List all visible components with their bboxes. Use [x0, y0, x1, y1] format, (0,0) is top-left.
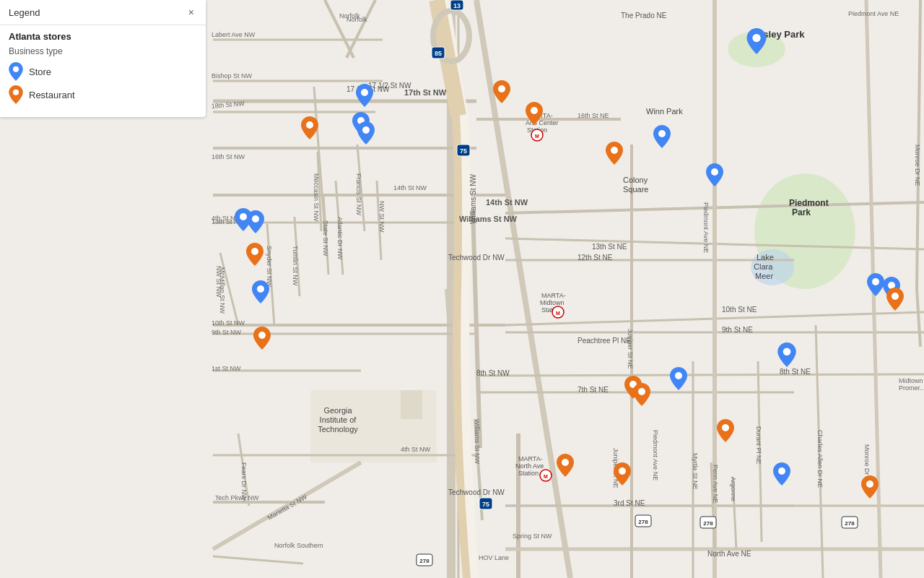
svg-text:NW St NW: NW St NW	[378, 201, 385, 233]
marker-store-1[interactable]	[356, 84, 373, 107]
svg-text:9th St NE: 9th St NE	[722, 326, 753, 334]
marker-store-13[interactable]	[867, 273, 884, 296]
svg-point-179	[872, 278, 879, 285]
marker-restaurant-1[interactable]	[301, 116, 318, 139]
svg-text:Atlantic Dr NW: Atlantic Dr NW	[336, 217, 344, 260]
svg-text:Institute of: Institute of	[320, 415, 357, 424]
marker-restaurant-8[interactable]	[633, 383, 650, 406]
svg-text:Norfolk Southern: Norfolk Southern	[274, 542, 323, 549]
svg-text:Labert Ave NW: Labert Ave NW	[212, 31, 256, 38]
svg-text:Williams St NW: Williams St NW	[459, 215, 518, 223]
marker-store-5[interactable]	[706, 163, 723, 186]
svg-point-171	[711, 168, 718, 176]
legend-store-label: Store	[29, 66, 51, 77]
svg-text:278: 278	[703, 520, 713, 527]
svg-text:Piedmont: Piedmont	[789, 198, 829, 208]
svg-point-192	[866, 480, 873, 488]
svg-text:Park: Park	[792, 207, 811, 217]
svg-text:MARTA-: MARTA-	[518, 455, 543, 462]
svg-text:Argonne: Argonne	[730, 477, 737, 501]
svg-text:16th St NE: 16th St NE	[578, 112, 609, 119]
svg-point-188	[638, 388, 645, 395]
svg-point-177	[783, 348, 791, 355]
svg-text:1st St NW: 1st St NW	[212, 365, 241, 372]
svg-text:12th St NE: 12th St NE	[578, 254, 613, 262]
legend-content: Atlanta stores Business type Store Resta…	[0, 25, 206, 117]
svg-point-178	[778, 467, 785, 475]
legend-item-restaurant: Restaurant	[9, 85, 197, 104]
marker-restaurant-5[interactable]	[246, 243, 263, 266]
svg-text:North Ave NE: North Ave NE	[707, 550, 751, 558]
marker-store-4[interactable]	[653, 125, 671, 148]
svg-text:Williams St NW: Williams St NW	[474, 419, 481, 464]
svg-text:Penn Ave NE: Penn Ave NE	[712, 465, 719, 503]
restaurant-marker-icon	[9, 85, 23, 104]
marker-store-3[interactable]	[357, 121, 375, 144]
svg-text:Bishop St NW: Bishop St NW	[212, 72, 253, 79]
svg-point-174	[252, 215, 259, 223]
svg-text:Square: Square	[623, 185, 648, 194]
svg-text:Midtown: Midtown	[540, 299, 565, 306]
svg-line-24	[476, 374, 924, 376]
svg-point-181	[306, 121, 313, 129]
marker-store-8[interactable]	[247, 210, 264, 233]
svg-text:9th St NW: 9th St NW	[212, 329, 242, 336]
svg-point-189	[722, 424, 729, 431]
svg-text:Station: Station	[518, 470, 539, 477]
svg-text:M: M	[544, 474, 548, 479]
marker-restaurant-2[interactable]	[493, 80, 510, 103]
svg-point-194	[13, 66, 19, 72]
svg-text:Durant Pl NE: Durant Pl NE	[755, 426, 762, 465]
marker-restaurant-9[interactable]	[717, 419, 734, 442]
marker-restaurant-13[interactable]	[886, 288, 904, 311]
svg-text:Meer: Meer	[755, 272, 773, 280]
marker-store-11[interactable]	[777, 342, 796, 367]
legend-restaurant-label: Restaurant	[29, 90, 75, 100]
svg-text:Monroe Dr NE: Monroe Dr NE	[914, 144, 921, 186]
svg-text:10th St NE: 10th St NE	[722, 306, 757, 314]
svg-text:8th St NE: 8th St NE	[780, 368, 811, 376]
marker-restaurant-3[interactable]	[526, 102, 543, 125]
svg-text:Piedmont Ave NE: Piedmont Ave NE	[652, 430, 659, 480]
marker-restaurant-11[interactable]	[557, 454, 574, 477]
marker-store-9[interactable]	[252, 280, 269, 303]
svg-text:75: 75	[460, 147, 467, 155]
svg-text:Lake: Lake	[757, 253, 774, 262]
svg-text:Midtown: Midtown	[899, 377, 923, 384]
marker-restaurant-12[interactable]	[861, 475, 879, 499]
svg-text:Piedmont Ave NE: Piedmont Ave NE	[702, 202, 710, 253]
svg-point-185	[251, 248, 258, 255]
marker-restaurant-4[interactable]	[606, 142, 623, 165]
map-container: Ansley Park Winn Park Colony Square Pied…	[0, 0, 924, 578]
svg-text:Meccasin St NW: Meccasin St NW	[313, 173, 320, 222]
svg-point-193	[892, 293, 899, 300]
svg-text:16th St NW: 16th St NW	[212, 153, 245, 160]
svg-text:10th St NW: 10th St NW	[212, 319, 245, 327]
svg-point-195	[13, 90, 19, 95]
svg-point-173	[240, 213, 247, 220]
marker-store-12[interactable]	[773, 462, 790, 486]
marker-restaurant-6[interactable]	[253, 327, 271, 350]
legend-group-title: Atlanta stores	[9, 31, 197, 42]
svg-point-170	[658, 130, 666, 137]
svg-text:Myrtle St NE: Myrtle St NE	[692, 453, 699, 490]
svg-text:278: 278	[845, 520, 855, 527]
svg-text:Spring St NW: Spring St NW	[513, 532, 552, 540]
svg-point-184	[611, 147, 618, 154]
svg-text:278: 278	[638, 519, 648, 525]
svg-text:Juniper St NE: Juniper St NE	[627, 329, 634, 369]
svg-text:Promer...: Promer...	[899, 384, 924, 392]
svg-text:14th St NW: 14th St NW	[486, 198, 528, 207]
svg-text:Clara: Clara	[754, 262, 773, 271]
legend-panel: Legend × Atlanta stores Business type St…	[0, 0, 206, 117]
marker-store-10[interactable]	[670, 367, 687, 390]
store-marker-icon	[9, 62, 23, 81]
marker-restaurant-10[interactable]	[614, 462, 631, 486]
legend-close-button[interactable]: ×	[186, 6, 197, 19]
svg-text:Charles Allen Dr NE: Charles Allen Dr NE	[816, 430, 824, 488]
svg-text:M: M	[556, 311, 560, 316]
legend-header: Legend ×	[0, 0, 206, 25]
svg-point-169	[362, 126, 370, 134]
marker-store-6[interactable]	[746, 28, 767, 54]
svg-rect-5	[401, 390, 422, 419]
